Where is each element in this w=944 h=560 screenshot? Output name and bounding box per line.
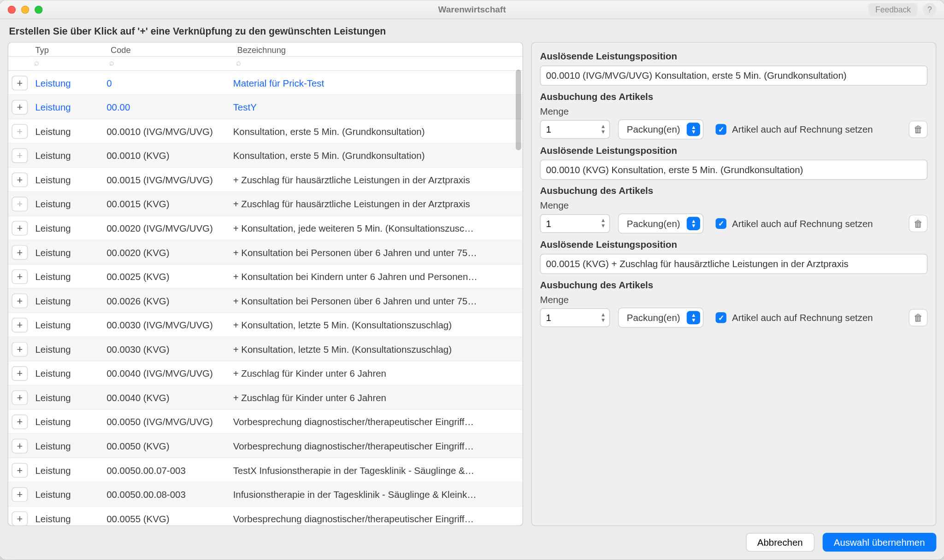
dialog-footer: Abbrechen Auswahl übernehmen xyxy=(0,526,944,560)
table-row[interactable]: +Leistung00.0010 (KVG)Konsultation, erst… xyxy=(8,144,522,168)
checkbox-checked-icon: ✓ xyxy=(716,312,726,323)
add-link-button[interactable]: + xyxy=(12,317,28,332)
table-row[interactable]: +Leistung00.0055 (KVG)Vorbesprechung dia… xyxy=(8,507,522,525)
trigger-position-field[interactable] xyxy=(540,254,927,274)
cancel-button[interactable]: Abbrechen xyxy=(746,533,814,552)
trigger-position-field[interactable] xyxy=(540,65,927,86)
table-row[interactable]: +Leistung00.0050 (IVG/MVG/UVG)Vorbesprec… xyxy=(8,410,522,434)
stepper-arrows-icon[interactable]: ▲▼ xyxy=(598,121,608,137)
search-icon: ⌕ xyxy=(109,58,114,67)
cell-typ: Leistung xyxy=(31,174,107,185)
add-link-button[interactable]: + xyxy=(12,293,28,308)
table-row[interactable]: +Leistung00.0015 (IVG/MVG/UVG)+ Zuschlag… xyxy=(8,168,522,192)
invoice-checkbox[interactable]: ✓Artikel auch auf Rechnung setzen xyxy=(716,312,873,323)
cell-typ: Leistung xyxy=(31,319,107,330)
unit-select[interactable]: Packung(en)▲▼ xyxy=(618,213,704,233)
add-link-button[interactable]: + xyxy=(12,99,28,114)
detail-block: Auslösende LeistungspositionAusbuchung d… xyxy=(540,145,927,234)
chevron-updown-icon: ▲▼ xyxy=(687,311,700,324)
delete-button[interactable]: 🗑 xyxy=(909,215,928,232)
table-row[interactable]: +Leistung00.0050.00.08-003Infusionsthera… xyxy=(8,482,522,507)
quantity-stepper[interactable]: ▲▼ xyxy=(540,308,610,327)
add-link-button[interactable]: + xyxy=(12,245,28,259)
table-row[interactable]: +Leistung00.00TestY xyxy=(8,95,522,120)
cell-bezeichnung: TestY xyxy=(233,101,523,112)
cell-code: 00.0050.00.07-003 xyxy=(106,465,233,475)
cell-bezeichnung: Konsultation, erste 5 Min. (Grundkonsult… xyxy=(233,126,523,136)
add-link-button[interactable]: + xyxy=(12,462,28,477)
add-link-button: + xyxy=(12,124,28,139)
unit-select-label: Packung(en) xyxy=(627,312,680,323)
table-row[interactable]: +Leistung00.0025 (KVG)+ Konsultation bei… xyxy=(8,264,522,289)
cell-code: 00.0010 (IVG/MVG/UVG) xyxy=(106,126,233,136)
cell-bezeichnung: + Zuschlag für hausärztliche Leistungen … xyxy=(233,198,523,209)
cell-bezeichnung: + Konsultation, letzte 5 Min. (Konsultat… xyxy=(233,319,523,330)
add-link-button[interactable]: + xyxy=(12,366,28,380)
trigger-position-label: Auslösende Leistungsposition xyxy=(540,145,927,156)
invoice-checkbox-label: Artikel auch auf Rechnung setzen xyxy=(732,124,873,134)
table-row[interactable]: +Leistung00.0030 (KVG)+ Konsultation, le… xyxy=(8,337,522,362)
cell-bezeichnung: + Zuschlag für Kinder unter 6 Jahren xyxy=(233,392,523,402)
add-link-button[interactable]: + xyxy=(12,172,28,187)
cell-code: 00.0040 (IVG/MVG/UVG) xyxy=(106,368,233,379)
stepper-arrows-icon[interactable]: ▲▼ xyxy=(598,216,608,232)
delete-button[interactable]: 🗑 xyxy=(909,121,928,138)
table-row[interactable]: +Leistung00.0040 (KVG)+ Zuschlag für Kin… xyxy=(8,385,522,410)
cell-bezeichnung: + Zuschlag für hausärztliche Leistungen … xyxy=(233,174,523,185)
cell-typ: Leistung xyxy=(31,126,107,136)
cell-code: 0 xyxy=(106,77,233,88)
add-link-button[interactable]: + xyxy=(12,438,28,453)
cell-typ: Leistung xyxy=(31,368,107,379)
filter-code-input[interactable] xyxy=(106,57,233,70)
table-row[interactable]: +Leistung00.0020 (IVG/MVG/UVG)+ Konsulta… xyxy=(8,216,522,240)
cell-typ: Leistung xyxy=(31,198,107,209)
filter-bezeichnung-input[interactable] xyxy=(233,57,523,70)
scrollbar[interactable] xyxy=(516,70,521,150)
chevron-updown-icon: ▲▼ xyxy=(687,122,700,136)
add-link-button[interactable]: + xyxy=(12,390,28,405)
cell-typ: Leistung xyxy=(31,440,107,451)
trash-icon: 🗑 xyxy=(914,218,923,229)
unit-select[interactable]: Packung(en)▲▼ xyxy=(618,308,704,328)
table-row[interactable]: +Leistung00.0015 (KVG)+ Zuschlag für hau… xyxy=(8,192,522,216)
add-link-button[interactable]: + xyxy=(12,269,28,284)
table-row[interactable]: +Leistung00.0010 (IVG/MVG/UVG)Konsultati… xyxy=(8,119,522,144)
invoice-checkbox[interactable]: ✓Artikel auch auf Rechnung setzen xyxy=(716,124,873,134)
add-link-button[interactable]: + xyxy=(12,487,28,502)
booking-label: Ausbuchung des Artikels xyxy=(540,280,927,290)
unit-select[interactable]: Packung(en)▲▼ xyxy=(618,119,704,140)
add-link-button[interactable]: + xyxy=(12,414,28,429)
trigger-position-field[interactable] xyxy=(540,160,927,180)
add-link-button[interactable]: + xyxy=(12,342,28,356)
cell-typ: Leistung xyxy=(31,465,107,475)
cell-typ: Leistung xyxy=(31,344,107,354)
cell-bezeichnung: + Konsultation, letzte 5 Min. (Konsultat… xyxy=(233,344,523,354)
cell-typ: Leistung xyxy=(31,416,107,427)
column-header-bezeichnung[interactable]: Bezeichnung xyxy=(233,43,523,56)
table-row[interactable]: +Leistung00.0030 (IVG/MVG/UVG)+ Konsulta… xyxy=(8,313,522,338)
table-row[interactable]: +Leistung00.0050.00.07-003TestX Infusion… xyxy=(8,458,522,483)
column-header-typ[interactable]: Typ xyxy=(31,43,107,56)
table-row[interactable]: +Leistung00.0050 (KVG)Vorbesprechung dia… xyxy=(8,434,522,458)
add-link-button[interactable]: + xyxy=(12,511,28,525)
add-link-button[interactable]: + xyxy=(12,221,28,235)
invoice-checkbox-label: Artikel auch auf Rechnung setzen xyxy=(732,312,873,323)
stepper-arrows-icon[interactable]: ▲▼ xyxy=(598,309,608,326)
column-header-code[interactable]: Code xyxy=(106,43,233,56)
table-row[interactable]: +Leistung0Material für Prick-Test xyxy=(8,71,522,95)
search-icon: ⌕ xyxy=(236,58,241,67)
delete-button[interactable]: 🗑 xyxy=(909,309,928,327)
add-link-button: + xyxy=(12,148,28,163)
cell-code: 00.0030 (KVG) xyxy=(106,344,233,354)
invoice-checkbox-label: Artikel auch auf Rechnung setzen xyxy=(732,218,873,229)
table-row[interactable]: +Leistung00.0020 (KVG)+ Konsultation bei… xyxy=(8,240,522,265)
quantity-stepper[interactable]: ▲▼ xyxy=(540,120,610,139)
invoice-checkbox[interactable]: ✓Artikel auch auf Rechnung setzen xyxy=(716,218,873,229)
add-link-button[interactable]: + xyxy=(12,75,28,90)
checkbox-checked-icon: ✓ xyxy=(716,124,726,134)
table-row[interactable]: +Leistung00.0040 (IVG/MVG/UVG)+ Zuschlag… xyxy=(8,362,522,386)
table-row[interactable]: +Leistung00.0026 (KVG)+ Konsultation bei… xyxy=(8,289,522,313)
apply-button[interactable]: Auswahl übernehmen xyxy=(822,533,936,552)
quantity-stepper[interactable]: ▲▼ xyxy=(540,214,610,233)
filter-typ-input[interactable] xyxy=(31,57,107,70)
